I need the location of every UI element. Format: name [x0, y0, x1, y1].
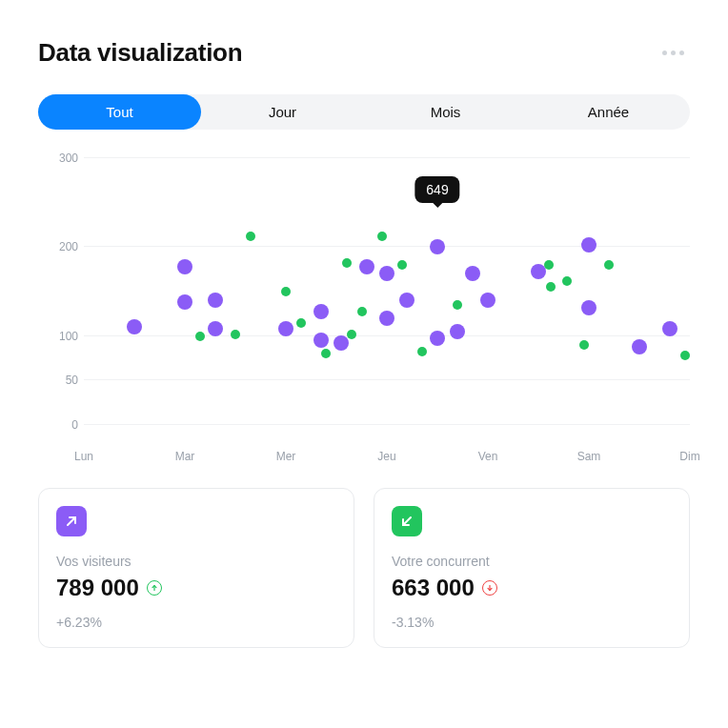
card-value: 789 000 — [56, 575, 139, 601]
data-point[interactable] — [604, 260, 614, 270]
data-point[interactable] — [579, 340, 589, 350]
data-point[interactable] — [296, 318, 306, 328]
data-point[interactable] — [359, 259, 374, 274]
y-tick-label: 300 — [51, 152, 78, 165]
data-point[interactable] — [313, 333, 329, 348]
data-point[interactable] — [453, 300, 462, 310]
data-point[interactable] — [195, 332, 205, 341]
x-tick-label: Dim — [679, 450, 699, 463]
data-point[interactable] — [357, 307, 367, 316]
grid-line: 0 — [84, 424, 690, 425]
data-point[interactable] — [342, 258, 352, 268]
tab-jour[interactable]: Jour — [201, 94, 364, 130]
x-tick-label: Jeu — [377, 450, 395, 463]
svg-line-2 — [403, 517, 411, 525]
data-point[interactable] — [480, 293, 495, 308]
data-point[interactable] — [379, 311, 394, 326]
data-point[interactable] — [581, 300, 597, 315]
scatter-chart: 050100200300649 LunMarMerJeuVenSamDim — [38, 149, 690, 463]
x-tick-label: Ven — [478, 450, 498, 463]
data-point[interactable] — [246, 232, 255, 241]
data-point[interactable] — [281, 287, 291, 296]
data-point[interactable] — [334, 335, 349, 351]
data-point[interactable] — [278, 321, 293, 336]
data-point[interactable] — [632, 339, 647, 354]
data-point[interactable] — [177, 294, 192, 310]
time-range-segmented: ToutJourMoisAnnée — [38, 94, 690, 130]
data-point[interactable] — [377, 232, 387, 241]
card-value: 663 000 — [392, 575, 475, 601]
arrow-down-left-icon — [392, 506, 422, 536]
y-tick-label: 200 — [51, 240, 78, 253]
page-title: Data visualization — [38, 38, 242, 68]
data-point[interactable] — [680, 351, 690, 360]
trend-down-icon — [482, 580, 497, 596]
data-point[interactable] — [208, 321, 223, 336]
card-label: Votre concurrent — [392, 554, 672, 569]
x-tick-label: Mar — [175, 450, 195, 463]
stat-card: Vos visiteurs 789 000 +6.23% — [38, 488, 354, 648]
x-tick-label: Sam — [577, 450, 601, 463]
x-tick-label: Lun — [74, 450, 93, 463]
data-point[interactable] — [177, 259, 192, 274]
data-point[interactable] — [544, 260, 554, 270]
data-point[interactable] — [313, 304, 329, 319]
tab-tout[interactable]: Tout — [38, 94, 201, 130]
stat-card: Votre concurrent 663 000 -3.13% — [374, 488, 690, 648]
y-tick-label: 0 — [51, 418, 78, 432]
data-point[interactable] — [581, 237, 597, 253]
chart-tooltip: 649 — [415, 176, 459, 203]
data-point[interactable] — [397, 260, 407, 270]
data-point[interactable] — [430, 331, 445, 346]
card-change: +6.23% — [56, 615, 336, 630]
card-label: Vos visiteurs — [56, 554, 336, 569]
y-tick-label: 100 — [51, 330, 78, 343]
grid-line: 100 — [84, 335, 690, 336]
card-change: -3.13% — [392, 615, 672, 630]
data-point[interactable] — [662, 321, 677, 336]
data-point[interactable] — [430, 239, 445, 254]
data-point[interactable] — [465, 266, 480, 281]
svg-line-0 — [68, 517, 75, 525]
tab-année[interactable]: Année — [527, 94, 690, 130]
data-point[interactable] — [321, 349, 331, 358]
data-point[interactable] — [562, 276, 572, 286]
y-tick-label: 50 — [51, 374, 78, 387]
data-point[interactable] — [347, 330, 356, 339]
stat-cards: Vos visiteurs 789 000 +6.23% Votre concu… — [38, 488, 690, 648]
data-point[interactable] — [231, 330, 240, 339]
x-tick-label: Mer — [276, 450, 296, 463]
grid-line: 50 — [84, 379, 690, 380]
data-point[interactable] — [417, 347, 427, 356]
data-point[interactable] — [399, 293, 415, 308]
data-point[interactable] — [379, 266, 394, 281]
grid-line: 200 — [84, 246, 690, 247]
arrow-up-right-icon — [56, 506, 87, 536]
data-point[interactable] — [450, 324, 465, 339]
data-point[interactable] — [127, 319, 142, 334]
tab-mois[interactable]: Mois — [364, 94, 527, 130]
trend-up-icon — [147, 580, 162, 596]
grid-line: 300 — [84, 157, 690, 158]
data-point[interactable] — [546, 282, 556, 292]
more-icon[interactable] — [657, 45, 690, 61]
data-point[interactable] — [208, 293, 223, 308]
